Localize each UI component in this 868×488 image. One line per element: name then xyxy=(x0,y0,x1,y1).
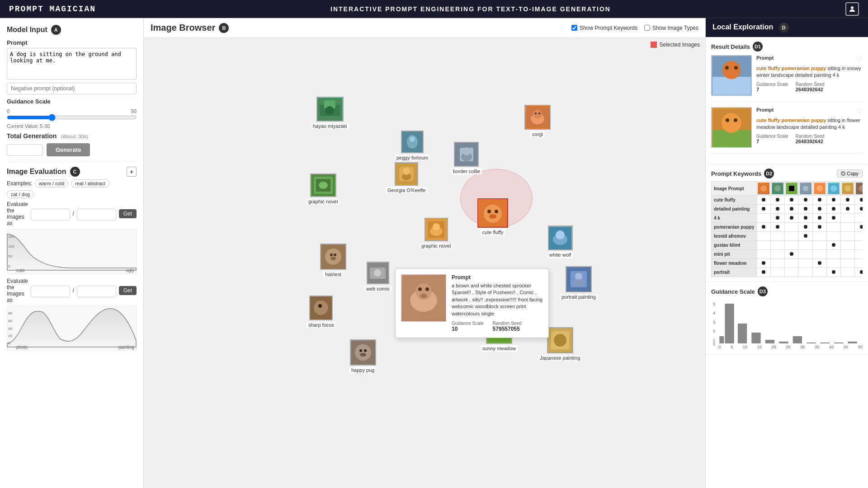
show-image-types-checkbox[interactable] xyxy=(644,25,650,31)
node-corgi[interactable]: corgi xyxy=(524,105,551,137)
result-2-heart[interactable]: ♡ xyxy=(856,107,863,116)
kw-dot-4-5 xyxy=(827,232,841,241)
node-graphicnovel2[interactable]: graphic novel xyxy=(420,218,453,249)
example-chip-cat-dog[interactable]: cat / dog xyxy=(7,190,34,198)
kw-dot-1-5 xyxy=(827,205,841,214)
kw-dot-4-2 xyxy=(785,232,799,241)
prompt-textarea[interactable]: A dog is sitting on the ground and looki… xyxy=(7,48,137,80)
node-sharpfocus[interactable]: sharp focus xyxy=(307,296,336,328)
kw-dot-3-6 xyxy=(841,223,855,232)
add-eval-button[interactable]: + xyxy=(127,167,137,177)
svg-point-91 xyxy=(760,185,767,192)
eval2-get-button[interactable]: Get xyxy=(119,286,137,295)
kw-dot-3-1 xyxy=(771,223,785,232)
svg-point-87 xyxy=(734,118,737,122)
generate-button[interactable]: Generate xyxy=(47,143,90,156)
hist-x-5: 5 xyxy=(731,345,733,349)
svg-text:50: 50 xyxy=(8,254,13,258)
kw-dot-7-5 xyxy=(827,259,841,268)
kw-dot-2-3 xyxy=(799,214,813,223)
svg-point-101 xyxy=(830,185,837,192)
app-logo: PROMPT MAGICIAN xyxy=(9,5,96,14)
eval1-sep: / xyxy=(73,211,74,217)
kw-label-3: pomeranian puppy xyxy=(712,223,757,232)
kw-img-3[interactable] xyxy=(785,182,799,196)
node-peggy[interactable]: peggy fortnum xyxy=(395,131,430,161)
node-portraitpainting[interactable]: portrait painting xyxy=(560,266,598,300)
kw-dot-5-4 xyxy=(813,241,827,250)
node-bordercollie[interactable]: border collie xyxy=(451,142,482,174)
svg-point-59 xyxy=(314,300,328,315)
kw-img-6[interactable] xyxy=(827,182,841,196)
kw-dot-1-7 xyxy=(855,205,863,214)
example-chip-warm-cold[interactable]: warm / cold xyxy=(35,179,68,188)
show-prompt-keywords-label[interactable]: Show Prompt Keywords xyxy=(571,25,637,31)
kw-img-8[interactable] xyxy=(855,182,863,196)
kw-img-7[interactable] xyxy=(841,182,855,196)
node-happypug[interactable]: happy pug xyxy=(349,339,376,373)
kw-img-4[interactable] xyxy=(799,182,813,196)
kw-dot-6-7 xyxy=(855,250,863,259)
kw-dot-5-3 xyxy=(799,241,813,250)
kw-dot-1-3 xyxy=(799,205,813,214)
kw-img-1[interactable] xyxy=(757,182,771,196)
node-portraitpainting-label: portrait painting xyxy=(560,294,598,300)
show-image-types-label[interactable]: Show Image Types xyxy=(644,25,698,31)
node-whitewolf[interactable]: white wolf xyxy=(547,225,573,258)
kw-img-5[interactable] xyxy=(813,182,827,196)
kw-dot-1-4 xyxy=(813,205,827,214)
svg-text:0: 0 xyxy=(713,342,715,346)
examples-label: Examples: xyxy=(7,180,32,187)
eval2-left-input[interactable]: photo xyxy=(31,286,70,297)
eval1-right-input[interactable]: ugly xyxy=(77,209,116,221)
node-webcomic[interactable]: web comic xyxy=(364,262,392,292)
guidance-histogram: 5 4 3 2 1 0 xyxy=(711,300,863,350)
node-cutefluffy[interactable]: cute fluffy xyxy=(477,198,508,235)
kw-label-7: flower meadow xyxy=(712,259,757,268)
svg-point-35 xyxy=(484,205,502,223)
svg-point-67 xyxy=(364,349,367,352)
eval1-left-input[interactable]: cute xyxy=(31,209,70,221)
eval1-get-button[interactable]: Get xyxy=(119,209,137,218)
show-prompt-keywords-checkbox[interactable] xyxy=(571,25,577,31)
keywords-table-container: Image Prompt xyxy=(711,181,863,277)
result-2-seed-label: Random Seed xyxy=(796,134,825,139)
node-hayao[interactable]: hayao miyazaki xyxy=(311,97,349,129)
result-details-section: Result Details D1 Prompt ♡ cute fluffy p… xyxy=(706,37,868,164)
svg-point-21 xyxy=(538,113,540,114)
hist-x-30: 30 xyxy=(800,345,805,349)
guidance-scale-section: Guidance Scale D3 5 4 3 2 1 0 xyxy=(706,282,868,355)
kw-dot-8-4 xyxy=(813,268,827,277)
right-panel-header: Local Exploration D xyxy=(706,18,868,37)
result-1-heart[interactable]: ♡ xyxy=(856,55,863,64)
result-2-prompt-label: Prompt xyxy=(756,107,774,113)
result-2-prompt-text: cute fluffy pomeranian puppy sitting in … xyxy=(756,117,863,131)
kw-dot-3-2 xyxy=(785,223,799,232)
kw-dot-0-0 xyxy=(757,196,771,205)
kw-label-6: mini pit xyxy=(712,250,757,259)
user-icon-button[interactable] xyxy=(845,2,859,16)
kw-label-2: 4 k xyxy=(712,214,757,223)
svg-point-85 xyxy=(722,113,741,133)
guidance-scale-slider[interactable] xyxy=(7,114,137,121)
svg-rect-119 xyxy=(807,343,816,343)
example-chip-real-abstract[interactable]: real / abstract xyxy=(71,179,109,188)
svg-rect-95 xyxy=(789,186,794,191)
kw-img-2[interactable] xyxy=(771,182,785,196)
kw-dot-4-1 xyxy=(771,232,785,241)
kw-dot-7-4 xyxy=(813,259,827,268)
eval2-right-input[interactable]: painting xyxy=(77,286,116,297)
copy-button[interactable]: Copy xyxy=(837,169,863,178)
negative-prompt-input[interactable] xyxy=(7,83,137,94)
result-1-prompt-label: Prompt xyxy=(756,55,774,61)
guidance-scale-label: Guidance Scale xyxy=(7,98,137,105)
node-hairiest[interactable]: hairiest xyxy=(320,244,346,277)
total-gen-input[interactable]: 50 xyxy=(7,144,43,156)
node-graphicnovel1[interactable]: graphic novel xyxy=(307,174,340,205)
kw-dot-6-1 xyxy=(771,250,785,259)
center-header: Image Browser B Show Prompt Keywords Sho… xyxy=(144,18,705,38)
eval1-right-label: ugly xyxy=(126,268,134,273)
hist-x-20: 20 xyxy=(772,345,776,349)
image-browser-canvas[interactable]: Selected Images hayao miyazaki peggy for… xyxy=(144,38,705,485)
node-georgia[interactable]: Georgia O'Keeffe xyxy=(386,162,427,193)
